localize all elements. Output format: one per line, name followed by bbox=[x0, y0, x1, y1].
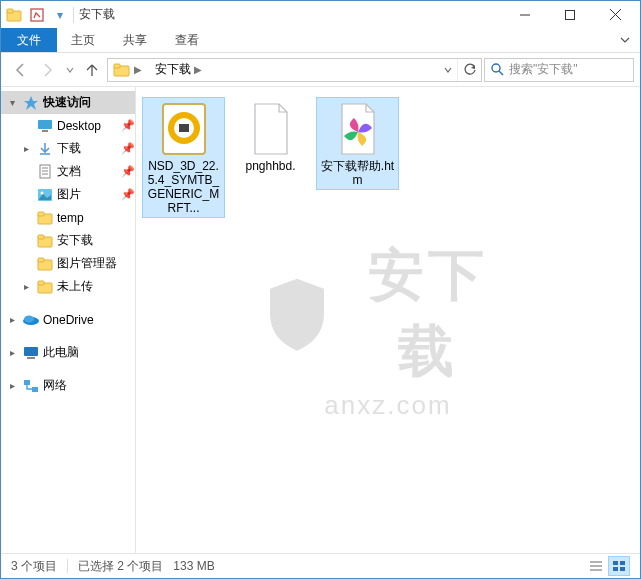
chevron-right-icon[interactable]: ▸ bbox=[5, 314, 19, 325]
tree-item-picmgr[interactable]: ▸ 图片管理器 bbox=[1, 252, 135, 275]
tree-network[interactable]: ▸ 网络 bbox=[1, 374, 135, 397]
chevron-right-icon[interactable]: ▶ bbox=[191, 64, 205, 75]
breadcrumb-current[interactable]: 安下载 ▶ bbox=[150, 59, 210, 81]
svg-rect-28 bbox=[38, 281, 44, 285]
view-icons-button[interactable] bbox=[608, 556, 630, 576]
tree-item-pictures[interactable]: ▸ 图片📌 bbox=[1, 183, 135, 206]
tree-thispc[interactable]: ▸ 此电脑 bbox=[1, 341, 135, 364]
view-details-button[interactable] bbox=[585, 556, 607, 576]
file-label: pnghhbd. bbox=[232, 159, 309, 173]
quick-access-toolbar: ▾ bbox=[3, 4, 75, 26]
close-button[interactable] bbox=[592, 1, 638, 28]
body: ▾ 快速访问 ▸ Desktop📌 ▸ 下载📌 ▸ 文档📌 ▸ 图片📌 ▸ bbox=[1, 87, 640, 553]
pin-icon: 📌 bbox=[121, 119, 135, 132]
tab-share[interactable]: 共享 bbox=[109, 28, 161, 52]
tab-home[interactable]: 主页 bbox=[57, 28, 109, 52]
svg-rect-26 bbox=[38, 258, 44, 262]
minimize-button[interactable] bbox=[502, 1, 547, 28]
ribbon-tabs: 文件 主页 共享 查看 bbox=[1, 28, 640, 53]
folder-icon bbox=[36, 257, 54, 271]
svg-rect-34 bbox=[32, 387, 38, 392]
folder-icon bbox=[113, 62, 131, 78]
svg-point-30 bbox=[24, 315, 34, 322]
svg-rect-8 bbox=[114, 64, 120, 68]
tree-item-temp[interactable]: ▸ temp bbox=[1, 206, 135, 229]
nav-forward-button[interactable] bbox=[35, 57, 61, 83]
tree-item-documents[interactable]: ▸ 文档📌 bbox=[1, 160, 135, 183]
svg-rect-12 bbox=[38, 120, 52, 129]
svg-rect-24 bbox=[38, 235, 44, 239]
chevron-right-icon[interactable]: ▸ bbox=[19, 281, 33, 292]
search-placeholder: 搜索"安下载" bbox=[509, 61, 578, 78]
tree-item-anxz[interactable]: ▸ 安下载 bbox=[1, 229, 135, 252]
pinwheel-icon bbox=[329, 100, 387, 158]
folder-icon bbox=[36, 280, 54, 294]
file-label: 安下载帮助.htm bbox=[319, 159, 396, 187]
view-switcher bbox=[585, 556, 630, 576]
svg-rect-31 bbox=[24, 347, 38, 356]
file-list[interactable]: 安下载 anxz.com NSD_3D_22.5.4_SYMTB_GENERIC… bbox=[136, 87, 640, 553]
address-dropdown[interactable] bbox=[439, 59, 457, 81]
window-controls bbox=[502, 1, 638, 28]
chevron-down-icon[interactable]: ▾ bbox=[5, 97, 19, 108]
chevron-right-icon[interactable]: ▸ bbox=[5, 347, 19, 358]
svg-rect-43 bbox=[620, 561, 625, 565]
documents-icon bbox=[36, 164, 54, 180]
thispc-icon bbox=[22, 346, 40, 360]
svg-rect-45 bbox=[620, 567, 625, 571]
pin-icon: 📌 bbox=[121, 165, 135, 178]
search-input[interactable]: 搜索"安下载" bbox=[484, 58, 634, 82]
window-title: 安下载 bbox=[79, 6, 115, 23]
qat-new-folder-icon[interactable]: ▾ bbox=[49, 4, 71, 26]
tree-item-notuploaded[interactable]: ▸ 未上传 bbox=[1, 275, 135, 298]
blank-file-icon bbox=[242, 100, 300, 158]
svg-rect-13 bbox=[42, 130, 48, 132]
file-item[interactable]: 安下载帮助.htm bbox=[316, 97, 399, 190]
refresh-button[interactable] bbox=[457, 59, 481, 81]
nav-up-button[interactable] bbox=[79, 57, 105, 83]
file-item[interactable]: NSD_3D_22.5.4_SYMTB_GENERIC_MRFT... bbox=[142, 97, 225, 218]
maximize-button[interactable] bbox=[547, 1, 592, 28]
status-bar: 3 个项目 已选择 2 个项目 133 MB bbox=[1, 553, 640, 578]
svg-rect-22 bbox=[38, 212, 44, 216]
tab-view[interactable]: 查看 bbox=[161, 28, 213, 52]
svg-rect-44 bbox=[613, 567, 618, 571]
tree-onedrive[interactable]: ▸ OneDrive bbox=[1, 308, 135, 331]
folder-icon bbox=[36, 234, 54, 248]
pin-icon: 📌 bbox=[121, 142, 135, 155]
ribbon-expand-button[interactable] bbox=[610, 28, 640, 52]
folder-app-icon[interactable] bbox=[3, 4, 25, 26]
explorer-window: ▾ 安下载 文件 主页 共享 查看 ▶ 安下载 ▶ bbox=[0, 0, 641, 579]
app-shield-icon bbox=[155, 100, 213, 158]
file-item[interactable]: pnghhbd. bbox=[229, 97, 312, 176]
svg-rect-2 bbox=[31, 9, 43, 21]
svg-rect-4 bbox=[565, 10, 574, 19]
nav-history-dropdown[interactable] bbox=[63, 57, 77, 83]
svg-rect-1 bbox=[7, 9, 13, 13]
chevron-right-icon[interactable]: ▸ bbox=[5, 380, 19, 391]
watermark: 安下载 anxz.com bbox=[262, 238, 514, 421]
desktop-icon bbox=[36, 119, 54, 133]
breadcrumb-root[interactable]: ▶ bbox=[108, 59, 150, 81]
nav-back-button[interactable] bbox=[7, 57, 33, 83]
pictures-icon bbox=[36, 188, 54, 202]
svg-rect-42 bbox=[613, 561, 618, 565]
search-icon bbox=[491, 63, 504, 76]
chevron-right-icon[interactable]: ▸ bbox=[19, 143, 33, 154]
breadcrumb-label: 安下载 bbox=[155, 61, 191, 78]
downloads-icon bbox=[36, 142, 54, 156]
svg-rect-33 bbox=[24, 380, 30, 385]
nav-tree[interactable]: ▾ 快速访问 ▸ Desktop📌 ▸ 下载📌 ▸ 文档📌 ▸ 图片📌 ▸ bbox=[1, 87, 136, 553]
network-icon bbox=[22, 379, 40, 393]
status-selected-size: 133 MB bbox=[173, 559, 214, 573]
svg-point-9 bbox=[492, 64, 500, 72]
address-bar[interactable]: ▶ 安下载 ▶ bbox=[107, 58, 482, 82]
chevron-right-icon[interactable]: ▶ bbox=[131, 64, 145, 75]
tree-item-desktop[interactable]: ▸ Desktop📌 bbox=[1, 114, 135, 137]
pin-icon: 📌 bbox=[121, 188, 135, 201]
title-bar: ▾ 安下载 bbox=[1, 1, 640, 28]
tree-quick-access[interactable]: ▾ 快速访问 bbox=[1, 91, 135, 114]
tree-item-downloads[interactable]: ▸ 下载📌 bbox=[1, 137, 135, 160]
tab-file[interactable]: 文件 bbox=[1, 28, 57, 52]
qat-properties-icon[interactable] bbox=[26, 4, 48, 26]
